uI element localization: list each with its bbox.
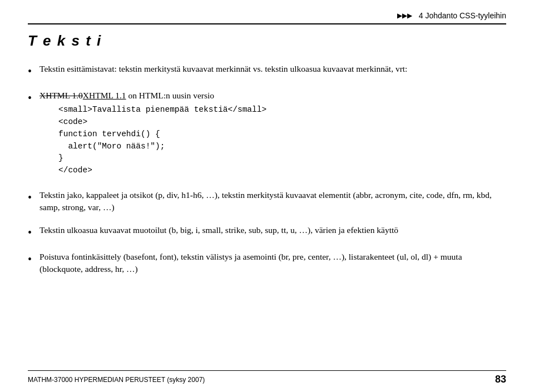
del-text: XHTML 1.0: [39, 91, 83, 100]
page-container: ▶▶▶ 4 Johdanto CSS-tyyleihin T e k s t i…: [0, 0, 534, 392]
list-item: • Tekstin jako, kappaleet ja otsikot (p,…: [28, 189, 506, 214]
ins-text: XHTML 1.1: [83, 91, 126, 100]
del-ins-text: XHTML 1.0XHTML 1.1 on HTML:n uusin versi…: [39, 91, 214, 100]
header-bar: ▶▶▶ 4 Johdanto CSS-tyyleihin: [28, 11, 506, 20]
header-title: ▶▶▶ 4 Johdanto CSS-tyyleihin: [397, 11, 506, 20]
code-function-line: function tervehdi() {: [58, 130, 160, 138]
bullet-list: • Tekstin esittämistavat: tekstin merkit…: [28, 63, 506, 276]
code-alert-line: alert("Moro nääs!");: [58, 142, 165, 151]
list-item: • Tekstin esittämistavat: tekstin merkit…: [28, 63, 506, 80]
bullet-icon: •: [28, 90, 32, 106]
bullet-text-4: Tekstin ulkoasua kuvaavat muotoilut (b, …: [39, 224, 506, 236]
bullet-text-3: Tekstin jako, kappaleet ja otsikot (p, d…: [39, 189, 506, 214]
code-block: <small>Tavallista pienempää tekstiä</sma…: [58, 104, 506, 177]
bullet-icon: •: [28, 251, 32, 267]
bullet-icon: •: [28, 225, 32, 241]
code-tag-close: </code>: [58, 166, 92, 175]
list-item: • Poistuva fontinkäsittely (basefont, fo…: [28, 251, 506, 276]
footer-course: MATHM-37000 HYPERMEDIAN PERUSTEET (syksy…: [28, 376, 205, 384]
bullet-text-5: Poistuva fontinkäsittely (basefont, font…: [39, 251, 506, 276]
header-arrows: ▶▶▶: [397, 12, 412, 19]
bullet-text: Tekstin esittämistavat: tekstin merkitys…: [39, 63, 506, 75]
code-tag-open: <code>: [58, 117, 87, 126]
footer-page-number: 83: [495, 374, 506, 385]
slide-title: T e k s t i: [28, 32, 506, 49]
bottom-rule: [28, 370, 506, 371]
small-tag-line: <small>Tavallista pienempää tekstiä</sma…: [58, 105, 266, 114]
bullet-icon: •: [28, 63, 32, 80]
code-close-brace: }: [58, 153, 63, 162]
bullet-text-2: XHTML 1.0XHTML 1.1 on HTML:n uusin versi…: [39, 90, 506, 179]
header-text: 4 Johdanto CSS-tyyleihin: [419, 11, 506, 20]
list-item: • Tekstin ulkoasua kuvaavat muotoilut (b…: [28, 224, 506, 241]
bullet-icon: •: [28, 190, 32, 206]
footer: MATHM-37000 HYPERMEDIAN PERUSTEET (syksy…: [28, 374, 506, 385]
list-item: • XHTML 1.0XHTML 1.1 on HTML:n uusin ver…: [28, 90, 506, 179]
top-rule: [28, 23, 506, 24]
